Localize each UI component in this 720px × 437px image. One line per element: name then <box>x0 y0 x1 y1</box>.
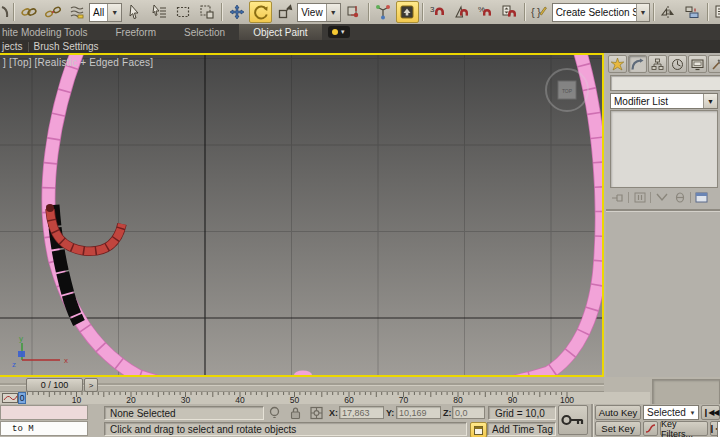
viewport-canvas[interactable]: TOP y x z <box>0 55 604 377</box>
keyboard-shortcut-override-icon[interactable] <box>396 1 419 23</box>
toolbar-separator <box>368 3 369 21</box>
chevron-down-icon: ▼ <box>107 4 121 21</box>
panel-paint-objects[interactable]: jects <box>0 41 23 52</box>
configure-modifier-sets-icon[interactable] <box>694 191 709 204</box>
angle-snap-toggle-icon[interactable] <box>450 1 473 23</box>
tab-object-paint[interactable]: Object Paint <box>239 24 321 40</box>
tab-selection[interactable]: Selection <box>170 24 239 40</box>
panel-brush-settings[interactable]: Brush Settings <box>34 41 99 52</box>
selection-filter-dropdown[interactable]: All ▼ <box>89 3 122 22</box>
paint-dot-icon <box>332 29 338 35</box>
tab-motion-icon[interactable] <box>668 55 687 73</box>
tab-freeform[interactable]: Freeform <box>101 24 170 40</box>
z-coordinate-label: Z: <box>443 408 452 418</box>
select-and-move-icon[interactable] <box>225 1 248 23</box>
svg-text:}: } <box>537 6 541 18</box>
command-panel-tabs <box>608 55 720 73</box>
y-coordinate-field[interactable] <box>396 406 441 419</box>
set-key-button[interactable]: Set Key <box>595 421 641 436</box>
rectangular-selection-region-icon[interactable] <box>171 1 194 23</box>
tab-display-icon[interactable] <box>688 55 707 73</box>
3dsmax-window: All ▼ View ▼ <box>0 0 720 437</box>
modifier-stack-list[interactable] <box>610 110 718 188</box>
toolbar-separator <box>13 3 14 21</box>
modifier-stack-buttons <box>610 190 716 205</box>
tab-graphite-modeling-tools[interactable]: hite Modeling Tools <box>0 24 101 40</box>
selection-filter-value: All <box>90 7 107 18</box>
separator <box>690 192 691 203</box>
selection-status-text: None Selected <box>110 408 176 419</box>
bind-to-spacewarp-icon[interactable] <box>65 1 88 23</box>
key-filters-label: Key Filters... <box>661 419 707 437</box>
selection-lock-icon[interactable] <box>289 406 302 422</box>
set-keys-button[interactable] <box>558 405 588 435</box>
use-pivot-point-center-icon[interactable] <box>342 1 365 23</box>
show-end-result-icon[interactable] <box>632 191 647 204</box>
key-icon <box>561 413 585 427</box>
maxscript-mini-listener[interactable]: to M <box>0 421 88 436</box>
window-crossing-icon[interactable] <box>195 1 218 23</box>
command-panel: Modifier List ▼ <box>606 53 720 377</box>
auto-key-button[interactable]: Auto Key <box>595 405 641 420</box>
reference-coordinate-dropdown[interactable]: View ▼ <box>297 3 341 22</box>
tab-modify-icon[interactable] <box>628 55 647 73</box>
tab-utilities-icon[interactable] <box>708 55 720 73</box>
time-slider-handle[interactable]: 0 / 100 <box>26 378 83 392</box>
select-object-icon[interactable] <box>123 1 146 23</box>
status-divider <box>591 404 593 437</box>
manage-layers-icon[interactable] <box>711 1 720 23</box>
select-and-scale-icon[interactable] <box>273 1 296 23</box>
mirror-icon[interactable] <box>657 1 680 23</box>
percent-snap-toggle-icon[interactable]: % <box>474 1 497 23</box>
time-slider-value: 0 / 100 <box>41 380 69 390</box>
svg-text:{: { <box>531 6 535 18</box>
axis-x-label: x <box>64 356 68 365</box>
current-frame-indicator[interactable]: 0 <box>18 392 26 404</box>
edit-named-selection-sets-icon[interactable]: {} <box>528 1 551 23</box>
spinner-snap-toggle-icon[interactable] <box>498 1 521 23</box>
toolbar-separator <box>524 3 525 21</box>
snap-toggle-3d-icon[interactable]: 3 <box>426 1 449 23</box>
next-frame-arrow-button[interactable]: > <box>84 378 98 392</box>
separator <box>650 192 651 203</box>
prompt-text: Click and drag to select and rotate obje… <box>110 424 296 435</box>
select-by-name-icon[interactable] <box>147 1 170 23</box>
track-bar-ruler[interactable] <box>0 392 650 404</box>
toolbar-separator <box>221 3 222 21</box>
absolute-offset-mode-icon[interactable] <box>309 406 324 422</box>
x-coordinate-field[interactable] <box>339 406 384 419</box>
y-coordinate-label: Y: <box>386 408 394 418</box>
modifier-list-label: Modifier List <box>611 96 703 107</box>
select-and-manipulate-icon[interactable] <box>372 1 395 23</box>
modifier-list-dropdown[interactable]: Modifier List ▼ <box>610 93 718 109</box>
pin-stack-icon[interactable] <box>610 191 625 204</box>
viewport-top[interactable]: TOP y x z ] [Top] [Realistic + Edged Fac… <box>0 53 604 377</box>
tab-hierarchy-icon[interactable] <box>648 55 667 73</box>
add-time-tag-field[interactable]: Add Time Tag <box>487 422 556 436</box>
remove-modifier-icon[interactable] <box>672 191 687 204</box>
maxscript-listener-macro-line[interactable] <box>0 405 88 420</box>
align-icon[interactable] <box>681 1 704 23</box>
rollout-area-empty <box>606 212 720 377</box>
ribbon-flyout-button[interactable]: ▼ <box>328 26 350 38</box>
named-selection-sets-dropdown[interactable]: Create Selection Se ▼ <box>552 3 650 22</box>
default-tangent-button[interactable] <box>643 421 658 436</box>
time-slider-row: 0 / 100 > <box>0 377 604 392</box>
make-unique-icon[interactable] <box>654 191 669 204</box>
named-selection-sets-value: Create Selection Se <box>553 7 637 18</box>
select-and-rotate-icon[interactable] <box>249 1 272 23</box>
key-filters-button[interactable]: Key Filters... <box>660 421 708 436</box>
tab-create-icon[interactable] <box>608 55 627 73</box>
z-coordinate-field[interactable] <box>452 406 485 419</box>
grid-size-text: Grid = 10,0 <box>495 408 545 419</box>
time-tag-toggle-button[interactable] <box>470 422 487 437</box>
axis-z-label: z <box>12 360 16 369</box>
unlink-selection-icon[interactable] <box>41 1 64 23</box>
main-toolbar: All ▼ View ▼ <box>0 0 720 25</box>
select-and-link-icon[interactable] <box>17 1 40 23</box>
chevron-down-icon: ▼ <box>340 29 346 35</box>
clipped-undo-icon[interactable] <box>0 1 10 23</box>
isolate-selection-lightbulb-icon[interactable] <box>268 406 281 422</box>
viewport-label[interactable]: ] [Top] [Realistic + Edged Faces] <box>3 57 153 68</box>
object-name-field[interactable] <box>610 75 720 91</box>
